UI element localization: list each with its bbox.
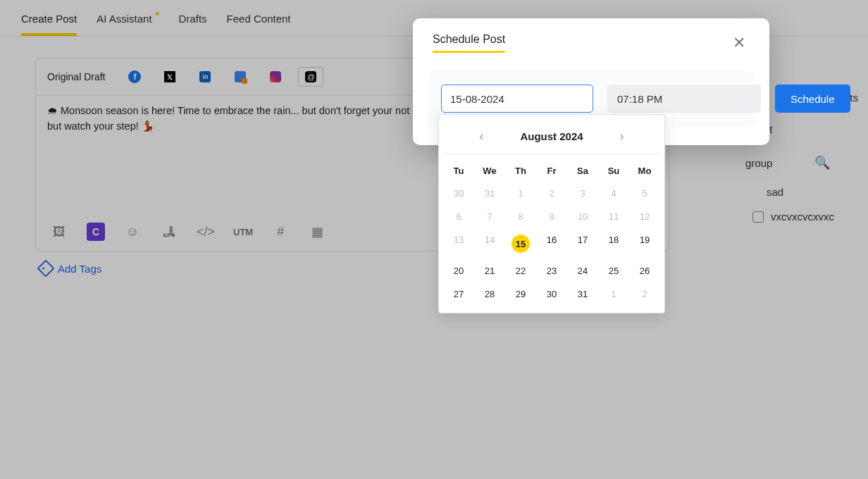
calendar-day: 10 bbox=[567, 205, 598, 228]
calendar-day: 14 bbox=[474, 228, 505, 259]
calendar-day: 12 bbox=[629, 205, 660, 228]
calendar-day[interactable]: 18 bbox=[598, 228, 629, 259]
calendar-day[interactable]: 21 bbox=[474, 259, 505, 282]
calendar-dow: We bbox=[474, 160, 505, 182]
calendar-day: 11 bbox=[598, 205, 629, 228]
calendar-dow: Mo bbox=[629, 160, 660, 182]
calendar-day: 4 bbox=[598, 182, 629, 205]
calendar-grid: TuWeThFrSaSuMo30311234567891011121314151… bbox=[443, 160, 660, 306]
calendar-day[interactable]: 22 bbox=[505, 259, 536, 282]
calendar-day: 31 bbox=[474, 182, 505, 205]
date-input[interactable] bbox=[441, 85, 593, 113]
calendar-day[interactable]: 27 bbox=[443, 282, 474, 306]
calendar-day[interactable]: 19 bbox=[629, 228, 660, 259]
calendar-day: 30 bbox=[443, 182, 474, 205]
calendar-day: 2 bbox=[629, 282, 660, 306]
calendar-day[interactable]: 26 bbox=[629, 259, 660, 282]
calendar-day[interactable]: 16 bbox=[536, 228, 567, 259]
calendar-day[interactable]: 29 bbox=[505, 282, 536, 306]
time-input[interactable] bbox=[607, 85, 761, 113]
calendar-day[interactable]: 17 bbox=[567, 228, 598, 259]
calendar-day: 7 bbox=[474, 205, 505, 228]
calendar-day: 13 bbox=[443, 228, 474, 259]
schedule-button[interactable]: Schedule bbox=[775, 85, 850, 113]
next-month-icon[interactable]: › bbox=[612, 129, 633, 144]
calendar-day[interactable]: 31 bbox=[567, 282, 598, 306]
calendar-day[interactable]: 24 bbox=[567, 259, 598, 282]
calendar-day[interactable]: 15 bbox=[505, 228, 536, 259]
calendar-day: 5 bbox=[629, 182, 660, 205]
close-icon[interactable]: ✕ bbox=[728, 32, 750, 54]
calendar-dow: Su bbox=[598, 160, 629, 182]
calendar-popover: ‹ August 2024 › TuWeThFrSaSuMo3031123456… bbox=[438, 114, 665, 313]
calendar-day: 6 bbox=[443, 205, 474, 228]
calendar-month-title: August 2024 bbox=[520, 130, 583, 142]
prev-month-icon[interactable]: ‹ bbox=[471, 129, 492, 144]
calendar-day[interactable]: 30 bbox=[536, 282, 567, 306]
calendar-day: 2 bbox=[536, 182, 567, 205]
calendar-dow: Sa bbox=[567, 160, 598, 182]
calendar-day[interactable]: 28 bbox=[474, 282, 505, 306]
calendar-day: 3 bbox=[567, 182, 598, 205]
modal-title: Schedule Post bbox=[433, 33, 505, 53]
calendar-dow: Fr bbox=[536, 160, 567, 182]
calendar-day: 8 bbox=[505, 205, 536, 228]
calendar-dow: Th bbox=[505, 160, 536, 182]
calendar-day: 1 bbox=[598, 282, 629, 306]
calendar-day: 9 bbox=[536, 205, 567, 228]
calendar-day[interactable]: 20 bbox=[443, 259, 474, 282]
calendar-day[interactable]: 25 bbox=[598, 259, 629, 282]
calendar-dow: Tu bbox=[443, 160, 474, 182]
calendar-day[interactable]: 23 bbox=[536, 259, 567, 282]
calendar-day: 1 bbox=[505, 182, 536, 205]
